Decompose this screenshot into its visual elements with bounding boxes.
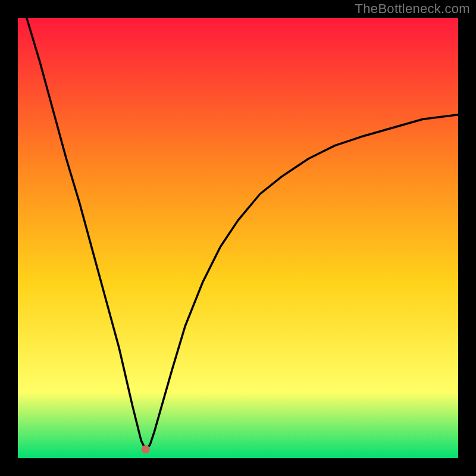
plot-area: [18, 18, 458, 458]
chart-svg: [18, 18, 458, 458]
optimum-marker: [142, 445, 150, 453]
watermark-text: TheBottleneck.com: [355, 1, 470, 17]
gradient-background: [18, 18, 458, 458]
chart-container: TheBottleneck.com: [0, 0, 476, 476]
